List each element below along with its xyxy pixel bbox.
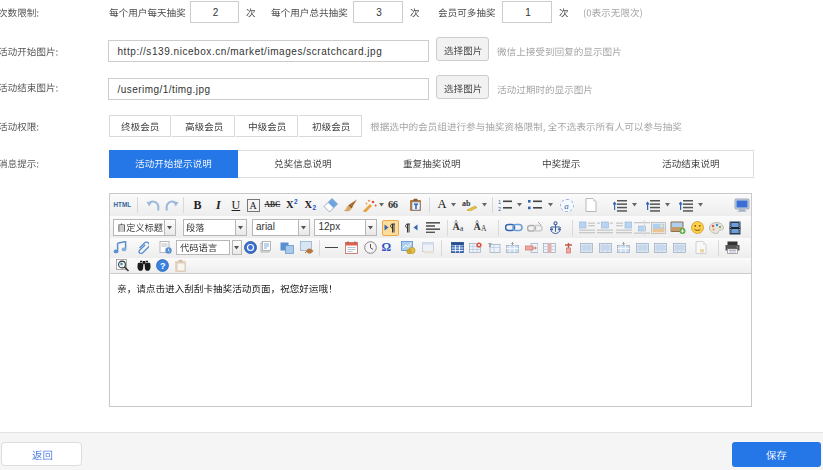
svg-text:T: T — [488, 242, 492, 248]
svg-text:2: 2 — [498, 206, 501, 212]
svg-text:?: ? — [160, 261, 166, 271]
svg-text:1: 1 — [498, 199, 501, 205]
